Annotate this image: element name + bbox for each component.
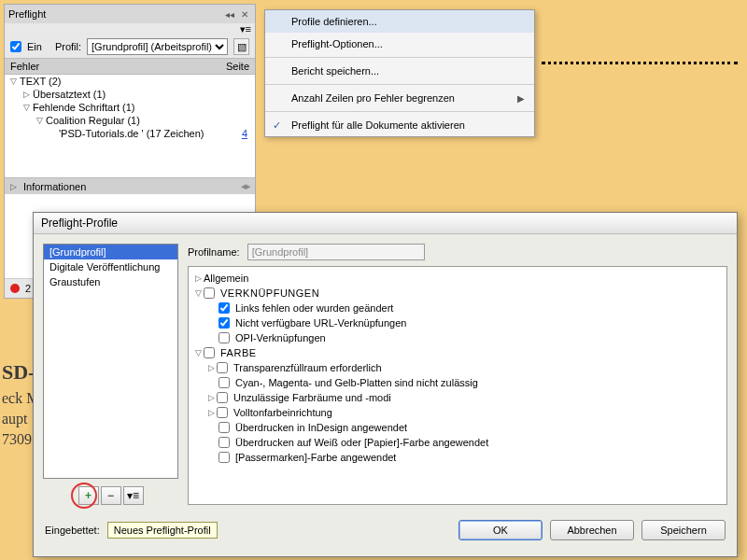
fehlende-item[interactable]: Fehlende Schriftart (1) [33,102,255,113]
profilname-label: Profilname: [188,246,240,258]
opt-farbe[interactable]: FARBE [220,347,257,358]
tri-down-icon[interactable]: ▽ [192,288,204,298]
bg-line3: 7309 [2,431,32,448]
cancel-button[interactable]: Abbrechen [550,520,634,540]
menu-preflight-options[interactable]: Preflight-Optionen... [265,33,534,55]
menu-separator [265,57,534,58]
profile-action-icon[interactable]: ▧ [233,38,249,55]
tri-right-icon[interactable]: ▷ [205,393,217,402]
eingebettet-label: Eingebettet: [45,525,100,536]
tri-right-icon: ▷ [10,182,20,191]
panel-close-icon[interactable]: ✕ [238,7,251,21]
opt-checkbox[interactable] [218,302,230,314]
tri-right-icon[interactable]: ▷ [205,408,217,417]
uebersatz-item[interactable]: Übersatztext (1) [33,89,255,100]
errors-header: Fehler Seite [5,58,255,75]
opt-checkbox[interactable] [217,362,228,373]
ok-button[interactable]: OK [458,520,543,540]
opt-unzul[interactable]: Unzulässige Farbräume und -modi [233,392,391,403]
bg-line2: aupt [2,411,28,427]
panel-title: Preflight [8,8,221,20]
menu-define-profiles[interactable]: Profile definieren... [265,10,534,33]
tri-down-icon[interactable]: ▽ [21,103,31,112]
ein-label: Ein [27,41,42,52]
opt-opi[interactable]: OPI-Verknüpfungen [235,332,326,343]
opt-checkbox[interactable] [217,392,228,403]
opt-verknuepfungen[interactable]: VERKNÜPFUNGEN [220,287,319,299]
menu-save-report[interactable]: Bericht speichern... [265,60,534,82]
tooltip: Neues Preflight-Profil [107,522,218,539]
panel-menu-icon[interactable]: ▾≡ [240,23,251,35]
opt-checkbox[interactable] [218,377,230,388]
profile-item[interactable]: [Grundprofil] [44,245,177,259]
profile-item[interactable]: Digitale Veröffentlichung [44,259,177,274]
profil-label: Profil: [55,41,81,52]
preflight-profiles-dialog: Preflight-Profile [Grundprofil] Digitale… [33,212,738,557]
profile-row: Ein Profil: [Grundprofil] (Arbeitsprofil… [5,35,255,58]
opt-vollton[interactable]: Volltonfarbeinrichtung [233,407,332,418]
opt-transp[interactable]: Transparenzfüllraum erforderlich [233,362,382,373]
page-link[interactable]: 4 [242,128,255,139]
nav-arrows-icon[interactable]: ◂ ▸ [241,180,249,192]
profile-list[interactable]: [Grundprofil] Digitale Veröffentlichung … [43,244,178,479]
error-dot-icon [10,284,20,293]
ein-checkbox[interactable] [10,41,21,52]
tri-down-icon[interactable]: ▽ [35,116,44,125]
opt-ueberdr2[interactable]: Überdrucken auf Weiß oder [Papier]-Farbe… [235,437,488,448]
opt-cmyk[interactable]: Cyan-, Magenta- und Gelb-Platten sind ni… [235,377,478,388]
page-col-label: Seite [226,61,249,72]
opt-checkbox[interactable] [218,452,230,463]
opt-checkbox[interactable] [218,437,230,448]
guide-dotted-line [542,62,738,64]
errors-list: ▽TEXT (2) ▷Übersatztext (1) ▽Fehlende Sc… [5,75,255,177]
section-checkbox[interactable] [204,347,215,358]
tri-down-icon[interactable]: ▽ [8,77,18,86]
opt-url[interactable]: Nicht verfügbare URL-Verknüpfungen [235,317,406,329]
section-checkbox[interactable] [204,287,215,299]
opt-allgemein[interactable]: Allgemein [204,273,248,284]
errors-col-label: Fehler [10,61,39,72]
options-tree[interactable]: ▷Allgemein ▽VERKNÜPFUNGEN Links fehlen o… [188,266,727,505]
psd-item[interactable]: 'PSD-Tutorials.de ' (17 Zeichen) [59,128,242,139]
opt-passer[interactable]: [Passermarken]-Farbe angewendet [235,452,396,463]
panel-titlebar: Preflight ◂◂ ✕ [5,5,255,23]
menu-limit-rows[interactable]: Anzahl Zeilen pro Fehler begrenzen▶ [265,87,534,109]
profile-item[interactable]: Graustufen [44,274,177,289]
save-button[interactable]: Speichern [641,520,726,540]
opt-checkbox[interactable] [217,407,228,418]
profil-select[interactable]: [Grundprofil] (Arbeitsprofil) [87,38,228,55]
panel-flyout-menu: Profile definieren... Preflight-Optionen… [264,9,535,137]
new-profile-button[interactable]: + [78,486,99,505]
menu-separator [265,111,534,112]
submenu-arrow-icon: ▶ [517,93,525,104]
info-label: Informationen [23,181,86,192]
tri-right-icon[interactable]: ▷ [205,363,217,372]
profilname-input[interactable] [247,244,425,260]
profile-menu-button[interactable]: ▾≡ [123,486,144,505]
delete-profile-button[interactable]: − [101,486,121,505]
opt-checkbox[interactable] [218,332,230,343]
coalition-item[interactable]: Coalition Regular (1) [46,115,255,126]
opt-ueberdr1[interactable]: Überdrucken in InDesign angewendet [235,422,407,433]
info-section-header[interactable]: ▷ Informationen ◂ ▸ [5,177,255,194]
menu-separator [265,84,534,85]
tri-right-icon[interactable]: ▷ [192,273,204,283]
panel-collapse-icon[interactable]: ◂◂ [223,7,236,21]
opt-checkbox[interactable] [218,317,230,329]
text-group[interactable]: TEXT (2) [20,76,255,87]
opt-links-fehlen[interactable]: Links fehlen oder wurden geändert [235,302,393,314]
opt-checkbox[interactable] [218,422,230,433]
dialog-title: Preflight-Profile [34,213,737,234]
check-icon: ✓ [273,119,281,132]
tri-right-icon[interactable]: ▷ [21,90,31,99]
tri-down-icon[interactable]: ▽ [192,348,204,357]
menu-activate-all-docs[interactable]: ✓Preflight für alle Dokumente aktivieren [265,114,534,136]
